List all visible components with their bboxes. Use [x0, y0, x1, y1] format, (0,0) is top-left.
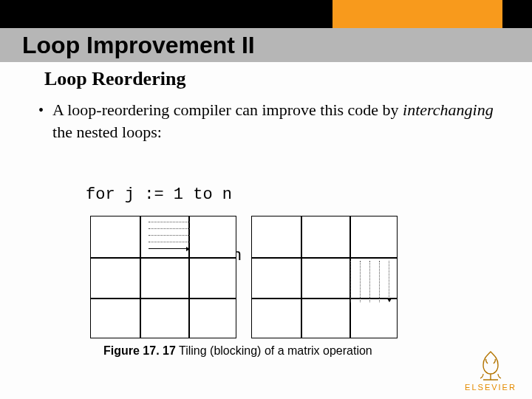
slide-title: Loop Improvement II [22, 32, 255, 59]
figure-row [90, 216, 398, 338]
grid-hline [252, 257, 397, 259]
grid-vline [301, 216, 302, 338]
bullet-marker: • [35, 99, 44, 143]
code-line-1: for j := 1 to n [86, 185, 502, 205]
column-traversal-icon [348, 261, 392, 302]
grid-hline [91, 298, 236, 299]
figure-caption: Figure 17. 17 Tiling (blocking) of a mat… [103, 344, 372, 358]
bullet-pre: A loop-reordering compiler can improve t… [52, 100, 403, 119]
title-strip: Loop Improvement II [0, 28, 532, 62]
bullet-item: • A loop-reordering compiler can improve… [35, 99, 502, 143]
slide-subtitle: Loop Reordering [44, 68, 185, 90]
publisher-logo: ELSEVIER [460, 349, 522, 392]
grid-vline [140, 216, 141, 338]
grid-hline [91, 257, 236, 259]
matrix-figure-left [90, 216, 236, 338]
bullet-emph: interchanging [403, 100, 494, 119]
header-accent-bar [332, 0, 502, 28]
publisher-name: ELSEVIER [460, 383, 522, 392]
bullet-post: the nested loops: [52, 123, 162, 141]
caption-text: Tiling (blocking) of a matrix operation [176, 344, 372, 357]
matrix-figure-right [251, 216, 398, 338]
bullet-text: A loop-reordering compiler can improve t… [52, 99, 502, 143]
caption-label: Figure 17. 17 [103, 344, 176, 357]
tree-icon [473, 349, 508, 381]
row-traversal-icon [149, 219, 190, 252]
